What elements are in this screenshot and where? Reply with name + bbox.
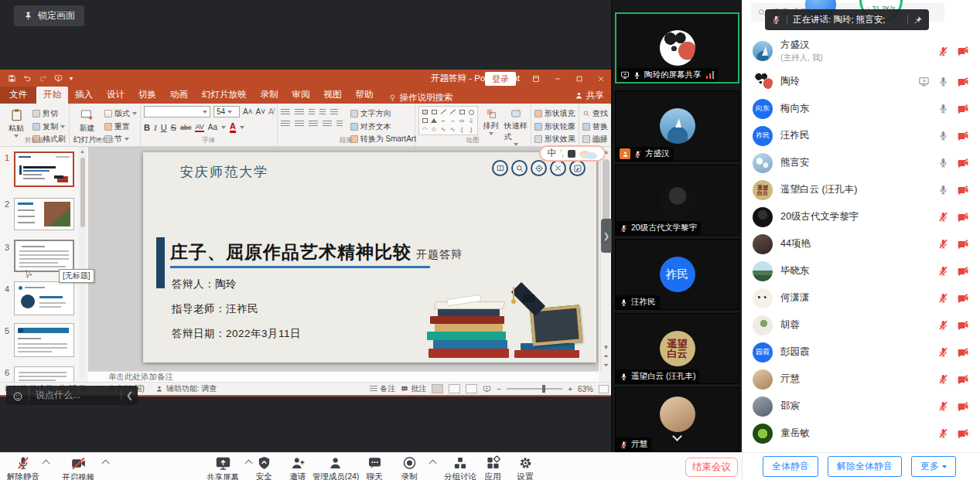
ime-mode-label[interactable]: 中 xyxy=(547,147,556,160)
camera-off-icon[interactable] xyxy=(957,427,969,440)
video-tile[interactable]: 方盛汉 xyxy=(615,90,739,162)
undo-icon[interactable] xyxy=(23,74,32,83)
tab-review[interactable]: 审阅 xyxy=(285,87,317,104)
font-name-select[interactable] xyxy=(144,106,210,117)
shadow-button[interactable]: S xyxy=(171,123,176,132)
numbering-icon[interactable] xyxy=(295,109,304,116)
camera-off-icon[interactable] xyxy=(957,238,969,250)
camera-off-icon[interactable] xyxy=(957,373,969,386)
tab-home[interactable]: 开始 xyxy=(36,87,68,104)
camera-off-icon[interactable] xyxy=(957,346,969,359)
participant-row[interactable]: 亓慧 xyxy=(742,366,980,393)
text-direction-button[interactable]: 文字方向 xyxy=(350,108,416,119)
line-spacing-icon[interactable] xyxy=(330,109,338,116)
slide-thumbnail-5[interactable] xyxy=(14,323,74,357)
change-case-button[interactable]: Aa xyxy=(208,123,217,131)
mic-options-caret[interactable] xyxy=(43,460,50,468)
participant-row[interactable]: 熊言安 xyxy=(742,149,980,176)
mic-muted-icon[interactable] xyxy=(937,373,949,385)
participant-row[interactable]: 童岳敏 xyxy=(742,420,980,447)
video-tile[interactable]: 遥望白云 遥望白云 (汪孔丰) xyxy=(615,313,739,384)
zoom-out-button[interactable]: − xyxy=(497,385,501,393)
shrink-font-button[interactable]: A˅ xyxy=(256,107,266,116)
accessibility-status[interactable]: 辅助功能: 调查 xyxy=(166,383,217,394)
security-button[interactable]: 安全 xyxy=(256,455,272,480)
mute-all-button[interactable]: 全体静音 xyxy=(763,456,818,477)
tell-me-search[interactable]: 操作说明搜索 xyxy=(388,92,453,104)
participant-row[interactable]: 胡蓉 xyxy=(742,311,980,339)
shape-fill-button[interactable]: 形状填充 xyxy=(534,108,575,119)
align-center-icon[interactable] xyxy=(295,121,304,128)
camera-off-icon[interactable] xyxy=(957,184,969,196)
emoji-icon[interactable] xyxy=(6,389,29,401)
camera-off-icon[interactable] xyxy=(957,292,969,305)
zoom-level[interactable]: 63% xyxy=(578,385,593,393)
ppt-signin-button[interactable]: 登录 xyxy=(485,72,516,86)
fit-to-window-button[interactable] xyxy=(599,385,609,393)
mic-muted-icon[interactable] xyxy=(937,346,949,358)
paste-button[interactable]: 粘贴 xyxy=(3,106,29,138)
maximize-icon[interactable] xyxy=(569,70,590,87)
tab-record[interactable]: 录制 xyxy=(254,87,285,104)
shape-effects-button[interactable]: 形状效果 xyxy=(534,134,575,145)
participant-row[interactable]: 邵宸 xyxy=(742,393,980,420)
slide-thumbnail-2[interactable] xyxy=(14,198,74,230)
cut-button[interactable]: 剪切 xyxy=(32,108,66,119)
participant-row[interactable]: 陶玲 xyxy=(742,68,980,95)
manage-members-button[interactable]: 管理成员(24) xyxy=(312,455,360,480)
ime-weather-icon[interactable] xyxy=(579,149,598,158)
collapse-chat-icon[interactable]: ❮ xyxy=(121,390,138,400)
more-button[interactable]: 更多 xyxy=(911,456,956,477)
camera-off-icon[interactable] xyxy=(957,103,969,115)
unmute-button[interactable]: 解除静音 xyxy=(7,455,39,480)
char-spacing-button[interactable]: AV xyxy=(195,123,203,132)
qat-more-icon[interactable]: ▾ xyxy=(70,75,73,82)
columns-icon[interactable] xyxy=(336,121,343,128)
minimize-icon[interactable] xyxy=(547,70,569,87)
align-right-icon[interactable] xyxy=(309,121,318,128)
notes-toggle[interactable]: 备注 xyxy=(370,383,395,394)
font-color-button[interactable]: A xyxy=(230,121,236,133)
mic-muted-icon[interactable] xyxy=(937,46,949,57)
video-tile-sharer[interactable]: 陶玲的屏幕共享 xyxy=(615,12,739,83)
panel-collapse-handle[interactable]: ❯ xyxy=(601,219,612,253)
participant-row[interactable]: 何潇潇 xyxy=(742,284,980,311)
lock-view-button[interactable]: 锁定画面 xyxy=(14,5,84,26)
tab-transitions[interactable]: 切换 xyxy=(131,87,163,104)
mic-muted-icon[interactable] xyxy=(937,211,949,223)
grow-font-button[interactable]: A˄ xyxy=(243,107,253,116)
bullets-icon[interactable] xyxy=(281,109,290,116)
video-tile[interactable]: 20级古代文学黎宇 xyxy=(615,165,739,236)
participant-row[interactable]: 44项艳 xyxy=(742,230,980,257)
camera-off-icon[interactable] xyxy=(957,319,969,332)
invite-button[interactable]: 邀请 xyxy=(290,455,306,480)
video-tile[interactable]: 祚民 汪祚民 xyxy=(615,239,739,310)
mic-muted-icon[interactable] xyxy=(937,265,949,277)
record-options-caret[interactable] xyxy=(429,460,437,468)
mic-icon[interactable] xyxy=(937,184,949,196)
mic-icon[interactable] xyxy=(937,103,949,114)
tab-animations[interactable]: 动画 xyxy=(163,87,195,104)
slideshow-view-button[interactable] xyxy=(483,385,491,393)
unmute-all-button[interactable]: 解除全体静音 xyxy=(828,456,902,477)
camera-off-icon[interactable] xyxy=(957,76,969,88)
slide-scrollbar[interactable]: ▲ ▼ ⏶ ⏷ xyxy=(600,147,610,371)
shape-outline-button[interactable]: 形状轮廓 xyxy=(534,121,575,132)
mic-icon[interactable] xyxy=(937,130,949,141)
breakout-button[interactable]: 分组讨论 xyxy=(444,455,476,480)
replace-button[interactable]: 替换 xyxy=(582,121,612,132)
comments-toggle[interactable]: 批注 xyxy=(401,383,426,394)
bold-button[interactable]: B xyxy=(144,123,150,132)
mic-icon[interactable] xyxy=(937,157,949,169)
indent-decrease-icon[interactable] xyxy=(309,109,315,116)
slide-thumbnail-4[interactable] xyxy=(14,281,74,315)
participant-row[interactable]: 向东 梅向东 xyxy=(742,95,980,122)
mic-muted-icon[interactable] xyxy=(937,319,949,331)
italic-button[interactable]: I xyxy=(154,123,157,132)
ppt-share-button[interactable]: 共享 xyxy=(575,90,604,101)
zoom-slider[interactable] xyxy=(507,388,562,390)
arrange-button[interactable]: 排列 xyxy=(481,106,501,135)
video-tile[interactable]: 亓慧 xyxy=(615,387,739,452)
participant-row[interactable]: 毕晓东 xyxy=(742,257,980,284)
tab-slideshow[interactable]: 幻灯片放映 xyxy=(195,87,254,104)
